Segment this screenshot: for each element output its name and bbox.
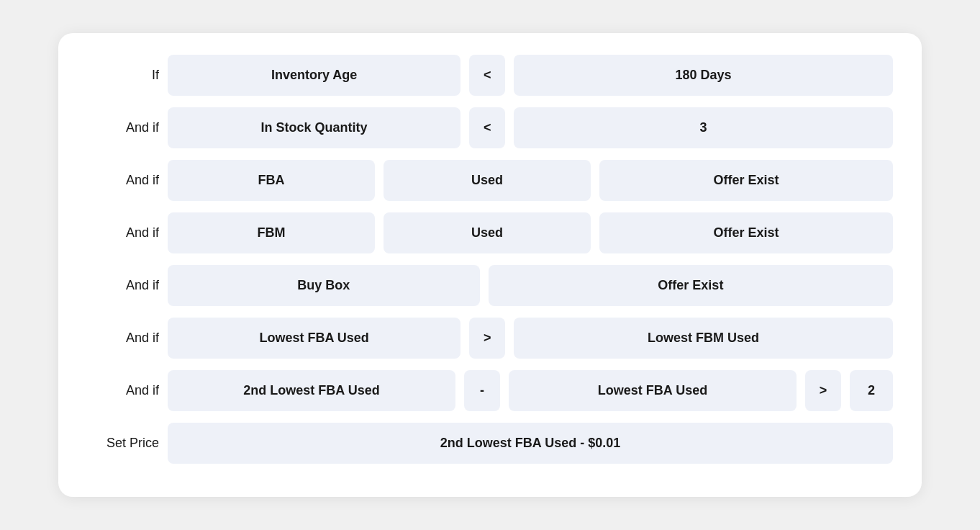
rule-row: And ifBuy BoxOffer Exist xyxy=(87,265,893,306)
row-label: And if xyxy=(87,331,159,346)
row-label: And if xyxy=(87,225,159,241)
row-label: And if xyxy=(87,278,159,293)
condition-cell[interactable]: FBM xyxy=(168,212,375,253)
condition-cell[interactable]: 2nd Lowest FBA Used xyxy=(168,370,455,411)
operator-cell[interactable]: < xyxy=(469,55,505,96)
condition-cell[interactable]: Used xyxy=(384,212,591,253)
row-label: And if xyxy=(87,120,159,135)
row-label: Set Price xyxy=(87,436,159,451)
operator-cell[interactable]: > xyxy=(805,370,841,411)
value-cell[interactable]: 2 xyxy=(850,370,893,411)
operator-cell[interactable]: - xyxy=(464,370,500,411)
row-label: And if xyxy=(87,173,159,188)
operator-cell[interactable]: < xyxy=(469,107,505,148)
rule-row: And ifFBAUsedOffer Exist xyxy=(87,160,893,201)
condition-cell[interactable]: In Stock Quantity xyxy=(168,107,460,148)
condition-cell[interactable]: 3 xyxy=(514,107,893,148)
condition-cell[interactable]: Lowest FBM Used xyxy=(514,318,893,359)
condition-cell[interactable]: 180 Days xyxy=(514,55,893,96)
condition-cell[interactable]: Buy Box xyxy=(168,265,480,306)
row-label: If xyxy=(87,68,159,83)
condition-cell[interactable]: Offer Exist xyxy=(599,160,893,201)
rule-row: And ifLowest FBA Used>Lowest FBM Used xyxy=(87,318,893,359)
condition-cell[interactable]: Inventory Age xyxy=(168,55,460,96)
rule-row: And ifFBMUsedOffer Exist xyxy=(87,212,893,253)
condition-cell[interactable]: FBA xyxy=(168,160,375,201)
operator-cell[interactable]: > xyxy=(469,318,505,359)
condition-cell[interactable]: Offer Exist xyxy=(599,212,893,253)
rule-row: IfInventory Age<180 Days xyxy=(87,55,893,96)
row-label: And if xyxy=(87,383,159,398)
condition-cell[interactable]: Used xyxy=(384,160,591,201)
rule-row: And if2nd Lowest FBA Used-Lowest FBA Use… xyxy=(87,370,893,411)
condition-cell[interactable]: 2nd Lowest FBA Used - $0.01 xyxy=(168,423,893,464)
rule-card: IfInventory Age<180 DaysAnd ifIn Stock Q… xyxy=(58,33,922,497)
rule-row: And ifIn Stock Quantity<3 xyxy=(87,107,893,148)
condition-cell[interactable]: Offer Exist xyxy=(489,265,893,306)
condition-cell[interactable]: Lowest FBA Used xyxy=(168,318,460,359)
condition-cell[interactable]: Lowest FBA Used xyxy=(509,370,797,411)
rule-row: Set Price2nd Lowest FBA Used - $0.01 xyxy=(87,423,893,464)
